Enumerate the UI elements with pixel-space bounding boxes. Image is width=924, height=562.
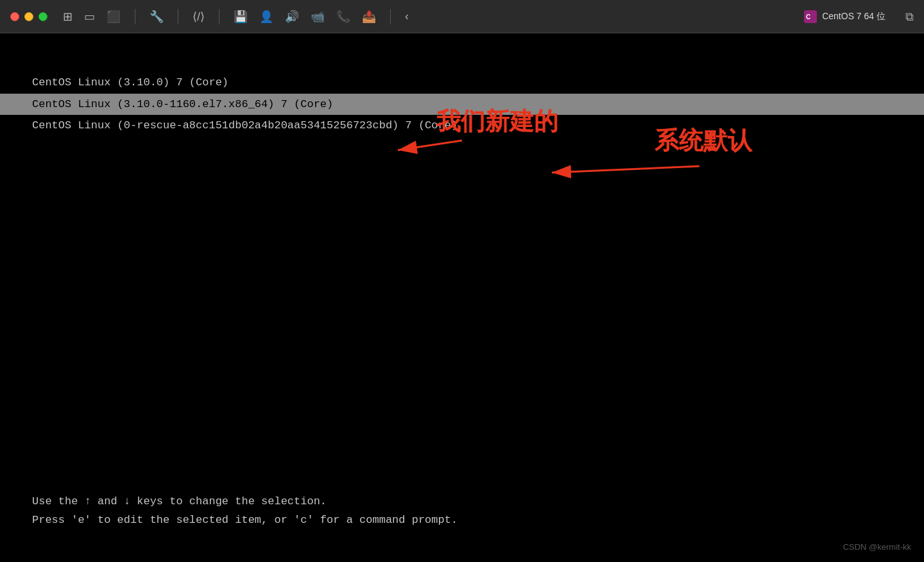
terminal-content: CentOS Linux (3.10.0) 7 (Core) CentOS Li… xyxy=(0,33,924,149)
terminal-window[interactable]: CentOS Linux (3.10.0) 7 (Core) CentOS Li… xyxy=(0,33,924,562)
separator-4 xyxy=(390,9,391,24)
back-icon[interactable]: ‹ xyxy=(405,10,409,23)
minimize-button[interactable] xyxy=(24,12,33,21)
wrench-icon[interactable]: 🔧 xyxy=(150,10,164,24)
boot-entry-2[interactable]: CentOS Linux (0-rescue-a8cc151db02a4b20a… xyxy=(0,115,924,137)
screen-icon[interactable]: ⬛ xyxy=(107,10,121,24)
traffic-lights xyxy=(10,12,47,21)
boot-entry-1[interactable]: CentOS Linux (3.10.0-1160.el7.x86_64) 7 … xyxy=(0,94,924,115)
boot-menu: CentOS Linux (3.10.0) 7 (Core) CentOS Li… xyxy=(0,72,924,137)
share-icon[interactable]: 📤 xyxy=(362,10,376,24)
volume-icon[interactable]: 🔊 xyxy=(285,10,299,24)
disk-icon[interactable]: 💾 xyxy=(234,10,248,24)
window-icon[interactable]: ▭ xyxy=(84,10,95,24)
person-icon[interactable]: 👤 xyxy=(259,10,273,24)
code-icon[interactable]: ⟨/⟩ xyxy=(193,10,205,24)
maximize-button[interactable] xyxy=(38,12,47,21)
separator-2 xyxy=(178,9,178,24)
video-icon[interactable]: 📹 xyxy=(311,10,325,24)
watermark: CSDN @kermit-kk xyxy=(843,542,911,552)
window-resize-icon[interactable]: ⧉ xyxy=(905,10,914,23)
titlebar: ⊞ ▭ ⬛ 🔧 ⟨/⟩ 💾 👤 🔊 📹 📞 📤 ‹ C CentOS 7 64 … xyxy=(0,0,924,33)
separator-3 xyxy=(219,9,219,24)
toolbar: ⊞ ▭ ⬛ 🔧 ⟨/⟩ 💾 👤 🔊 📹 📞 📤 ‹ xyxy=(63,9,409,24)
window-title: C CentOS 7 64 位 xyxy=(804,10,886,23)
centos-icon: C xyxy=(804,10,817,23)
boot-instructions: Use the ↑ and ↓ keys to change the selec… xyxy=(32,493,458,530)
split-panes-icon[interactable]: ⊞ xyxy=(63,10,73,24)
svg-text:C: C xyxy=(806,13,810,21)
instruction-line-2: Press 'e' to edit the selected item, or … xyxy=(32,511,458,530)
instruction-line-1: Use the ↑ and ↓ keys to change the selec… xyxy=(32,493,458,511)
separator-1 xyxy=(135,9,135,24)
phone-icon[interactable]: 📞 xyxy=(336,10,350,24)
boot-entry-0[interactable]: CentOS Linux (3.10.0) 7 (Core) xyxy=(0,72,924,94)
title-text: CentOS 7 64 位 xyxy=(822,11,886,22)
close-button[interactable] xyxy=(10,12,19,21)
